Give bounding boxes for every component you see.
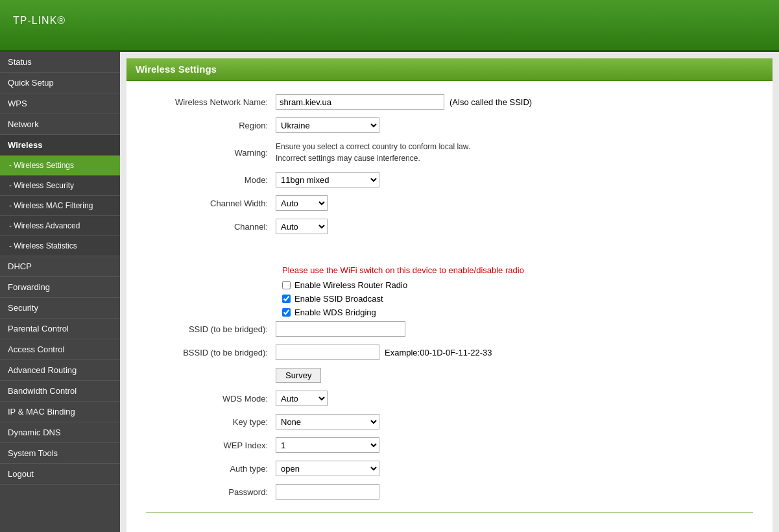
sidebar: StatusQuick SetupWPSNetworkWireless- Wir… — [0, 52, 120, 532]
survey-row: Survey — [146, 368, 753, 383]
sidebar-item-wireless-advanced[interactable]: - Wireless Advanced — [0, 216, 120, 236]
channel-width-row: Channel Width: Auto20MHz40MHz — [146, 195, 753, 211]
mode-control: 11bgn mixed11bg mixed11b only11g only11n… — [276, 172, 379, 187]
ssid-bridged-label: SSID (to be bridged): — [146, 324, 276, 334]
auth-type-select[interactable]: openshared — [276, 461, 379, 476]
enable-ssid-broadcast-label: Enable SSID Broadcast — [294, 294, 383, 304]
warning-line2: Incorrect settings may cause interferenc… — [276, 152, 470, 164]
key-type-row: Key type: NoneWEP64WEP128 — [146, 414, 753, 429]
survey-control: Survey — [276, 368, 321, 383]
channel-select[interactable]: Auto12345678910111213 — [276, 219, 328, 234]
network-name-input[interactable] — [276, 94, 444, 110]
sidebar-item-wireless[interactable]: Wireless — [0, 135, 120, 156]
bssid-example: Example:00-1D-0F-11-22-33 — [385, 348, 492, 357]
header: TP-LINK® — [0, 0, 779, 52]
channel-row: Channel: Auto12345678910111213 — [146, 219, 753, 234]
sidebar-item-advanced-routing[interactable]: Advanced Routing — [0, 360, 120, 381]
sidebar-item-dynamic-dns[interactable]: Dynamic DNS — [0, 422, 120, 443]
enable-router-radio-label: Enable Wireless Router Radio — [294, 280, 407, 290]
sidebar-item-status[interactable]: Status — [0, 52, 120, 73]
bssid-bridged-label: BSSID (to be bridged): — [146, 348, 276, 357]
form-body: Wireless Network Name: (Also called the … — [126, 81, 773, 532]
sidebar-item-bandwidth-control[interactable]: Bandwidth Control — [0, 381, 120, 402]
sidebar-item-system-tools[interactable]: System Tools — [0, 443, 120, 464]
ssid-bridged-input[interactable] — [276, 321, 405, 337]
auth-type-row: Auth type: openshared — [146, 461, 753, 476]
region-select[interactable]: UkraineUnited StatesUnited KingdomGerman… — [276, 117, 379, 133]
key-type-select[interactable]: NoneWEP64WEP128 — [276, 414, 379, 429]
bssid-bridged-row: BSSID (to be bridged): Example:00-1D-0F-… — [146, 345, 753, 360]
enable-wds-bridging-label: Enable WDS Bridging — [294, 308, 376, 317]
enable-ssid-broadcast-row: Enable SSID Broadcast — [282, 294, 753, 304]
network-name-label: Wireless Network Name: — [146, 97, 276, 107]
sidebar-item-logout[interactable]: Logout — [0, 464, 120, 485]
ssid-note: (Also called the SSID) — [449, 97, 532, 107]
warning-content: Ensure you select a correct country to c… — [276, 141, 470, 164]
region-row: Region: UkraineUnited StatesUnited Kingd… — [146, 117, 753, 133]
sidebar-item-ip-mac-binding[interactable]: IP & MAC Binding — [0, 402, 120, 422]
wep-index-label: WEP Index: — [146, 441, 276, 450]
enable-ssid-broadcast-checkbox[interactable] — [282, 295, 291, 303]
warning-line1: Ensure you select a correct country to c… — [276, 141, 470, 152]
logo-sup: ® — [57, 15, 66, 26]
sidebar-item-network[interactable]: Network — [0, 114, 120, 135]
mode-label: Mode: — [146, 175, 276, 185]
channel-width-control: Auto20MHz40MHz — [276, 195, 328, 211]
wifi-notice: Please use the WiFi switch on this devic… — [282, 265, 753, 275]
password-control — [276, 484, 379, 500]
ssid-bridged-control — [276, 321, 405, 337]
network-name-control: (Also called the SSID) — [276, 94, 532, 110]
enable-wds-bridging-checkbox[interactable] — [282, 308, 291, 317]
auth-type-label: Auth type: — [146, 464, 276, 474]
channel-label: Channel: — [146, 222, 276, 232]
wep-index-control: 1234 — [276, 437, 379, 453]
main-content: Wireless Settings Wireless Network Name:… — [120, 52, 779, 532]
sidebar-item-wps[interactable]: WPS — [0, 93, 120, 114]
wds-mode-row: WDS Mode: AutoLazyBridgeRepeater — [146, 391, 753, 406]
warning-label: Warning: — [146, 148, 276, 158]
password-input[interactable] — [276, 484, 379, 500]
divider — [146, 513, 753, 513]
sidebar-item-wireless-statistics[interactable]: - Wireless Statistics — [0, 236, 120, 256]
sidebar-item-quick-setup[interactable]: Quick Setup — [0, 73, 120, 93]
enable-router-radio-row: Enable Wireless Router Radio — [282, 280, 753, 290]
logo: TP-LINK® — [13, 13, 66, 37]
wds-mode-control: AutoLazyBridgeRepeater — [276, 391, 328, 406]
wep-index-select[interactable]: 1234 — [276, 437, 379, 453]
mode-row: Mode: 11bgn mixed11bg mixed11b only11g o… — [146, 172, 753, 187]
bssid-bridged-control: Example:00-1D-0F-11-22-33 — [276, 345, 492, 360]
sidebar-item-access-control[interactable]: Access Control — [0, 339, 120, 360]
bssid-bridged-input[interactable] — [276, 345, 379, 360]
save-row: Save — [146, 526, 753, 532]
sidebar-item-forwarding[interactable]: Forwarding — [0, 277, 120, 298]
mode-select[interactable]: 11bgn mixed11bg mixed11b only11g only11n… — [276, 172, 379, 187]
wds-mode-select[interactable]: AutoLazyBridgeRepeater — [276, 391, 328, 406]
ssid-bridged-row: SSID (to be bridged): — [146, 321, 753, 337]
enable-wds-bridging-row: Enable WDS Bridging — [282, 308, 753, 317]
sidebar-item-wireless-mac-filtering[interactable]: - Wireless MAC Filtering — [0, 196, 120, 216]
section-title: Wireless Settings — [126, 58, 773, 81]
channel-width-label: Channel Width: — [146, 199, 276, 208]
enable-router-radio-checkbox[interactable] — [282, 281, 291, 289]
layout: StatusQuick SetupWPSNetworkWireless- Wir… — [0, 52, 779, 532]
sidebar-item-dhcp[interactable]: DHCP — [0, 256, 120, 277]
network-name-row: Wireless Network Name: (Also called the … — [146, 94, 753, 110]
survey-button[interactable]: Survey — [276, 368, 321, 383]
key-type-label: Key type: — [146, 417, 276, 427]
warning-text: Ensure you select a correct country to c… — [276, 141, 470, 164]
auth-type-control: openshared — [276, 461, 379, 476]
region-control: UkraineUnited StatesUnited KingdomGerman… — [276, 117, 379, 133]
content-area: Wireless Settings Wireless Network Name:… — [126, 58, 773, 532]
sidebar-item-parental-control[interactable]: Parental Control — [0, 319, 120, 339]
sidebar-item-wireless-security[interactable]: - Wireless Security — [0, 176, 120, 196]
password-label: Password: — [146, 487, 276, 497]
key-type-control: NoneWEP64WEP128 — [276, 414, 379, 429]
logo-text: TP-LINK — [13, 15, 57, 26]
sidebar-item-wireless-settings[interactable]: - Wireless Settings — [0, 156, 120, 176]
channel-width-select[interactable]: Auto20MHz40MHz — [276, 195, 328, 211]
warning-row: Warning: Ensure you select a correct cou… — [146, 141, 753, 164]
wds-mode-label: WDS Mode: — [146, 394, 276, 404]
password-row: Password: — [146, 484, 753, 500]
sidebar-item-security[interactable]: Security — [0, 298, 120, 319]
channel-control: Auto12345678910111213 — [276, 219, 328, 234]
